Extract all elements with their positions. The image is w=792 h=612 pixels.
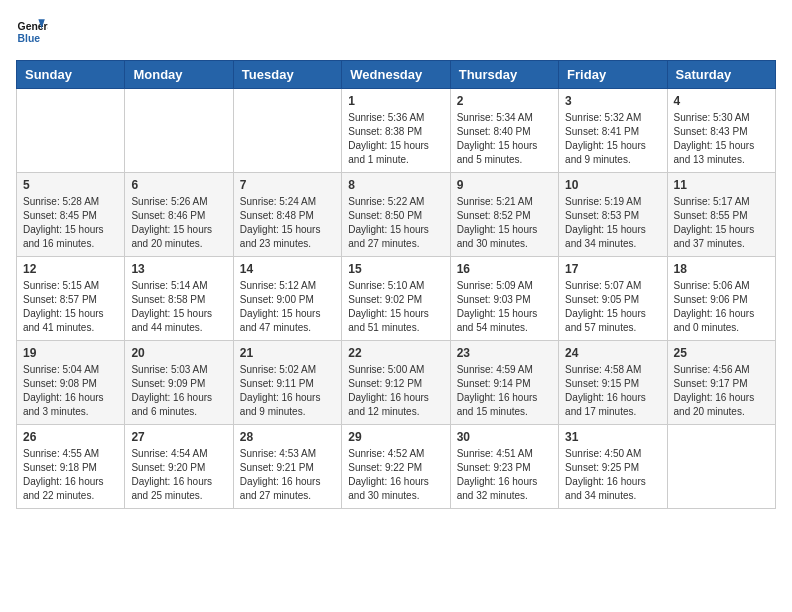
day-number: 22: [348, 346, 443, 360]
calendar-week-3: 12Sunrise: 5:15 AM Sunset: 8:57 PM Dayli…: [17, 257, 776, 341]
day-number: 24: [565, 346, 660, 360]
calendar-cell: 17Sunrise: 5:07 AM Sunset: 9:05 PM Dayli…: [559, 257, 667, 341]
calendar-cell: 4Sunrise: 5:30 AM Sunset: 8:43 PM Daylig…: [667, 89, 775, 173]
day-number: 3: [565, 94, 660, 108]
calendar-cell: 21Sunrise: 5:02 AM Sunset: 9:11 PM Dayli…: [233, 341, 341, 425]
day-number: 19: [23, 346, 118, 360]
day-info: Sunrise: 5:02 AM Sunset: 9:11 PM Dayligh…: [240, 363, 335, 419]
calendar-cell: 14Sunrise: 5:12 AM Sunset: 9:00 PM Dayli…: [233, 257, 341, 341]
day-number: 17: [565, 262, 660, 276]
day-info: Sunrise: 5:09 AM Sunset: 9:03 PM Dayligh…: [457, 279, 552, 335]
calendar-cell: 12Sunrise: 5:15 AM Sunset: 8:57 PM Dayli…: [17, 257, 125, 341]
day-number: 29: [348, 430, 443, 444]
page-header: GeneralBlue: [16, 16, 776, 48]
calendar-cell: 15Sunrise: 5:10 AM Sunset: 9:02 PM Dayli…: [342, 257, 450, 341]
calendar-cell: [17, 89, 125, 173]
day-number: 31: [565, 430, 660, 444]
day-info: Sunrise: 5:19 AM Sunset: 8:53 PM Dayligh…: [565, 195, 660, 251]
calendar-cell: [667, 425, 775, 509]
day-info: Sunrise: 5:28 AM Sunset: 8:45 PM Dayligh…: [23, 195, 118, 251]
day-info: Sunrise: 4:50 AM Sunset: 9:25 PM Dayligh…: [565, 447, 660, 503]
day-info: Sunrise: 5:22 AM Sunset: 8:50 PM Dayligh…: [348, 195, 443, 251]
day-info: Sunrise: 5:06 AM Sunset: 9:06 PM Dayligh…: [674, 279, 769, 335]
day-number: 2: [457, 94, 552, 108]
calendar-cell: 26Sunrise: 4:55 AM Sunset: 9:18 PM Dayli…: [17, 425, 125, 509]
weekday-header-sunday: Sunday: [17, 61, 125, 89]
day-number: 28: [240, 430, 335, 444]
day-info: Sunrise: 5:15 AM Sunset: 8:57 PM Dayligh…: [23, 279, 118, 335]
logo: GeneralBlue: [16, 16, 48, 48]
calendar-cell: 8Sunrise: 5:22 AM Sunset: 8:50 PM Daylig…: [342, 173, 450, 257]
day-number: 15: [348, 262, 443, 276]
calendar-cell: 23Sunrise: 4:59 AM Sunset: 9:14 PM Dayli…: [450, 341, 558, 425]
calendar-cell: 11Sunrise: 5:17 AM Sunset: 8:55 PM Dayli…: [667, 173, 775, 257]
day-info: Sunrise: 5:12 AM Sunset: 9:00 PM Dayligh…: [240, 279, 335, 335]
calendar-week-2: 5Sunrise: 5:28 AM Sunset: 8:45 PM Daylig…: [17, 173, 776, 257]
day-info: Sunrise: 4:51 AM Sunset: 9:23 PM Dayligh…: [457, 447, 552, 503]
calendar-week-5: 26Sunrise: 4:55 AM Sunset: 9:18 PM Dayli…: [17, 425, 776, 509]
calendar-table: SundayMondayTuesdayWednesdayThursdayFrid…: [16, 60, 776, 509]
calendar-cell: 20Sunrise: 5:03 AM Sunset: 9:09 PM Dayli…: [125, 341, 233, 425]
day-number: 11: [674, 178, 769, 192]
day-info: Sunrise: 5:03 AM Sunset: 9:09 PM Dayligh…: [131, 363, 226, 419]
day-number: 27: [131, 430, 226, 444]
day-number: 4: [674, 94, 769, 108]
calendar-cell: 2Sunrise: 5:34 AM Sunset: 8:40 PM Daylig…: [450, 89, 558, 173]
calendar-cell: 29Sunrise: 4:52 AM Sunset: 9:22 PM Dayli…: [342, 425, 450, 509]
calendar-cell: 27Sunrise: 4:54 AM Sunset: 9:20 PM Dayli…: [125, 425, 233, 509]
day-info: Sunrise: 4:58 AM Sunset: 9:15 PM Dayligh…: [565, 363, 660, 419]
day-info: Sunrise: 4:55 AM Sunset: 9:18 PM Dayligh…: [23, 447, 118, 503]
day-number: 14: [240, 262, 335, 276]
day-number: 12: [23, 262, 118, 276]
day-number: 25: [674, 346, 769, 360]
calendar-cell: 22Sunrise: 5:00 AM Sunset: 9:12 PM Dayli…: [342, 341, 450, 425]
day-info: Sunrise: 4:54 AM Sunset: 9:20 PM Dayligh…: [131, 447, 226, 503]
calendar-cell: 13Sunrise: 5:14 AM Sunset: 8:58 PM Dayli…: [125, 257, 233, 341]
day-info: Sunrise: 4:53 AM Sunset: 9:21 PM Dayligh…: [240, 447, 335, 503]
weekday-header-monday: Monday: [125, 61, 233, 89]
calendar-cell: 1Sunrise: 5:36 AM Sunset: 8:38 PM Daylig…: [342, 89, 450, 173]
weekday-header-friday: Friday: [559, 61, 667, 89]
calendar-cell: 18Sunrise: 5:06 AM Sunset: 9:06 PM Dayli…: [667, 257, 775, 341]
day-info: Sunrise: 5:07 AM Sunset: 9:05 PM Dayligh…: [565, 279, 660, 335]
calendar-cell: 7Sunrise: 5:24 AM Sunset: 8:48 PM Daylig…: [233, 173, 341, 257]
day-info: Sunrise: 5:26 AM Sunset: 8:46 PM Dayligh…: [131, 195, 226, 251]
day-info: Sunrise: 4:52 AM Sunset: 9:22 PM Dayligh…: [348, 447, 443, 503]
day-info: Sunrise: 5:34 AM Sunset: 8:40 PM Dayligh…: [457, 111, 552, 167]
calendar-cell: 9Sunrise: 5:21 AM Sunset: 8:52 PM Daylig…: [450, 173, 558, 257]
day-number: 7: [240, 178, 335, 192]
day-info: Sunrise: 5:21 AM Sunset: 8:52 PM Dayligh…: [457, 195, 552, 251]
day-info: Sunrise: 5:00 AM Sunset: 9:12 PM Dayligh…: [348, 363, 443, 419]
day-number: 18: [674, 262, 769, 276]
day-info: Sunrise: 5:14 AM Sunset: 8:58 PM Dayligh…: [131, 279, 226, 335]
day-info: Sunrise: 5:30 AM Sunset: 8:43 PM Dayligh…: [674, 111, 769, 167]
calendar-week-4: 19Sunrise: 5:04 AM Sunset: 9:08 PM Dayli…: [17, 341, 776, 425]
calendar-week-1: 1Sunrise: 5:36 AM Sunset: 8:38 PM Daylig…: [17, 89, 776, 173]
calendar-cell: 30Sunrise: 4:51 AM Sunset: 9:23 PM Dayli…: [450, 425, 558, 509]
logo-icon: GeneralBlue: [16, 16, 48, 48]
day-number: 8: [348, 178, 443, 192]
calendar-cell: 19Sunrise: 5:04 AM Sunset: 9:08 PM Dayli…: [17, 341, 125, 425]
day-info: Sunrise: 5:17 AM Sunset: 8:55 PM Dayligh…: [674, 195, 769, 251]
day-number: 9: [457, 178, 552, 192]
day-info: Sunrise: 5:24 AM Sunset: 8:48 PM Dayligh…: [240, 195, 335, 251]
calendar-cell: 16Sunrise: 5:09 AM Sunset: 9:03 PM Dayli…: [450, 257, 558, 341]
calendar-cell: 6Sunrise: 5:26 AM Sunset: 8:46 PM Daylig…: [125, 173, 233, 257]
calendar-cell: [233, 89, 341, 173]
day-number: 5: [23, 178, 118, 192]
day-info: Sunrise: 5:36 AM Sunset: 8:38 PM Dayligh…: [348, 111, 443, 167]
day-number: 1: [348, 94, 443, 108]
day-number: 13: [131, 262, 226, 276]
day-number: 30: [457, 430, 552, 444]
calendar-cell: 3Sunrise: 5:32 AM Sunset: 8:41 PM Daylig…: [559, 89, 667, 173]
calendar-cell: 28Sunrise: 4:53 AM Sunset: 9:21 PM Dayli…: [233, 425, 341, 509]
day-number: 10: [565, 178, 660, 192]
weekday-header-thursday: Thursday: [450, 61, 558, 89]
day-number: 26: [23, 430, 118, 444]
day-number: 21: [240, 346, 335, 360]
day-info: Sunrise: 5:10 AM Sunset: 9:02 PM Dayligh…: [348, 279, 443, 335]
day-number: 23: [457, 346, 552, 360]
calendar-cell: 10Sunrise: 5:19 AM Sunset: 8:53 PM Dayli…: [559, 173, 667, 257]
day-info: Sunrise: 5:04 AM Sunset: 9:08 PM Dayligh…: [23, 363, 118, 419]
day-number: 6: [131, 178, 226, 192]
